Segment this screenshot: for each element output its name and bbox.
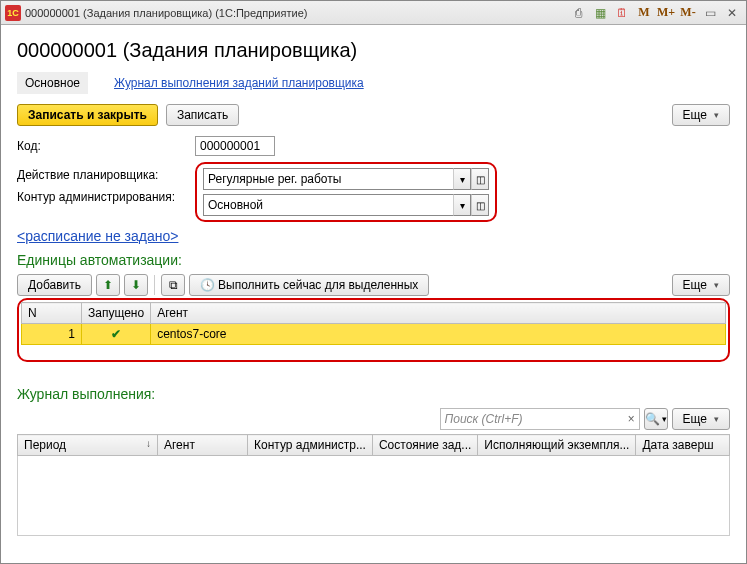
- action-input[interactable]: [203, 168, 453, 190]
- tab-main[interactable]: Основное: [17, 72, 88, 94]
- col-executor[interactable]: Исполняющий экземпля...: [478, 435, 636, 456]
- table-row[interactable]: 1 ✔ centos7-core: [22, 324, 726, 345]
- action-open-icon[interactable]: ◫: [471, 168, 489, 190]
- window-title: 000000001 (Задания планировщика) (1С:Пре…: [25, 7, 564, 19]
- journal-section-title: Журнал выполнения:: [17, 386, 730, 402]
- tab-journal-link[interactable]: Журнал выполнения заданий планировщика: [106, 72, 372, 94]
- journal-more-button[interactable]: Еще: [672, 408, 730, 430]
- col-period[interactable]: Период ↓: [18, 435, 158, 456]
- sort-desc-icon: ↓: [146, 438, 151, 449]
- print-icon[interactable]: ⎙: [568, 4, 588, 22]
- units-grid-highlight: N Запущено Агент 1 ✔ centos7-core: [17, 298, 730, 362]
- add-button[interactable]: Добавить: [17, 274, 92, 296]
- cell-started[interactable]: ✔: [82, 324, 151, 345]
- col-circuit2[interactable]: Контур администр...: [248, 435, 373, 456]
- code-input[interactable]: [195, 136, 275, 156]
- cell-n: 1: [22, 324, 82, 345]
- magnify-icon: 🔍: [645, 412, 660, 426]
- page-title: 000000001 (Задания планировщика): [17, 39, 730, 62]
- col-agent2[interactable]: Агент: [158, 435, 248, 456]
- move-down-icon[interactable]: ⬇: [124, 274, 148, 296]
- journal-table-body[interactable]: [17, 456, 730, 536]
- circuit-open-icon[interactable]: ◫: [471, 194, 489, 216]
- col-date-done[interactable]: Дата заверш: [636, 435, 730, 456]
- more-button[interactable]: Еще: [672, 104, 730, 126]
- journal-search-input[interactable]: Поиск (Ctrl+F) ×: [440, 408, 640, 430]
- highlighted-combos: ▾ ◫ ▾ ◫: [195, 162, 497, 222]
- action-dropdown-icon[interactable]: ▾: [453, 168, 471, 190]
- run-now-label: Выполнить сейчас для выделенных: [218, 278, 418, 292]
- memory-mplus-button[interactable]: M+: [656, 4, 676, 22]
- col-n[interactable]: N: [22, 303, 82, 324]
- check-icon: ✔: [111, 327, 121, 341]
- minimize-icon[interactable]: ▭: [700, 4, 720, 22]
- schedule-link[interactable]: <расписание не задано>: [17, 228, 178, 244]
- action-label: Действие планировщика:: [17, 168, 189, 182]
- search-dropdown-button[interactable]: 🔍▾: [644, 408, 668, 430]
- calc-icon[interactable]: ▦: [590, 4, 610, 22]
- cell-agent: centos7-core: [151, 324, 726, 345]
- units-section-title: Единицы автоматизации:: [17, 252, 730, 268]
- col-state[interactable]: Состояние зад...: [372, 435, 477, 456]
- save-button[interactable]: Записать: [166, 104, 239, 126]
- calendar-icon[interactable]: 🗓: [612, 4, 632, 22]
- close-icon[interactable]: ✕: [722, 4, 742, 22]
- save-close-button[interactable]: Записать и закрыть: [17, 104, 158, 126]
- search-placeholder: Поиск (Ctrl+F): [445, 412, 523, 426]
- circuit-label: Контур администрирования:: [17, 190, 189, 204]
- memory-mminus-button[interactable]: M-: [678, 4, 698, 22]
- app-logo: 1C: [5, 5, 21, 21]
- copy-icon[interactable]: ⧉: [161, 274, 185, 296]
- memory-m-button[interactable]: M: [634, 4, 654, 22]
- circuit-dropdown-icon[interactable]: ▾: [453, 194, 471, 216]
- col-period-label: Период: [24, 438, 66, 452]
- clock-icon: 🕓: [200, 278, 215, 292]
- run-now-button[interactable]: 🕓 Выполнить сейчас для выделенных: [189, 274, 429, 296]
- code-label: Код:: [17, 139, 189, 153]
- col-agent[interactable]: Агент: [151, 303, 726, 324]
- col-started[interactable]: Запущено: [82, 303, 151, 324]
- search-clear-icon[interactable]: ×: [628, 412, 635, 426]
- move-up-icon[interactable]: ⬆: [96, 274, 120, 296]
- units-more-button[interactable]: Еще: [672, 274, 730, 296]
- journal-table[interactable]: Период ↓ Агент Контур администр... Состо…: [17, 434, 730, 456]
- circuit-input[interactable]: [203, 194, 453, 216]
- units-table[interactable]: N Запущено Агент 1 ✔ centos7-core: [21, 302, 726, 345]
